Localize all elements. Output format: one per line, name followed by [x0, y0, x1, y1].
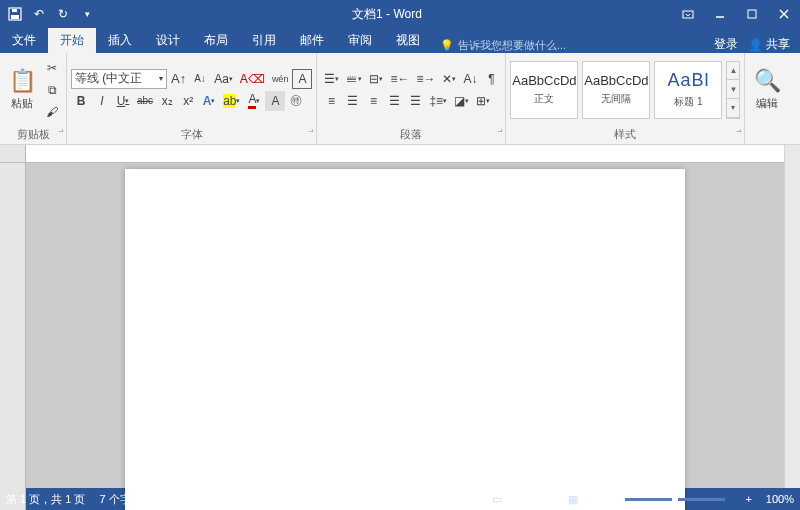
tab-file[interactable]: 文件 — [0, 28, 48, 53]
show-marks-button[interactable]: ¶ — [481, 69, 501, 89]
read-mode-button[interactable]: ▭ — [485, 490, 509, 508]
close-button[interactable] — [768, 0, 800, 28]
horizontal-ruler[interactable] — [26, 145, 784, 163]
superscript-button[interactable]: x² — [178, 91, 198, 111]
style-no-spacing[interactable]: AaBbCcDd 无间隔 — [582, 61, 650, 119]
subscript-button[interactable]: x₂ — [157, 91, 177, 111]
justify-button[interactable]: ☰ — [384, 91, 404, 111]
distributed-button[interactable]: ☰ — [405, 91, 425, 111]
vertical-ruler[interactable] — [0, 163, 26, 510]
align-right-button[interactable]: ≡ — [363, 91, 383, 111]
shading-button[interactable]: ◪▾ — [451, 91, 472, 111]
page-count[interactable]: 第 1 页，共 1 页 — [6, 492, 85, 507]
borders-button[interactable]: ⊞▾ — [473, 91, 493, 111]
page[interactable] — [125, 169, 685, 510]
scissors-icon: ✂ — [47, 61, 57, 75]
maximize-button[interactable] — [736, 0, 768, 28]
zoom-thumb[interactable] — [672, 495, 678, 504]
ribbon-tabs: 文件 开始 插入 设计 布局 引用 邮件 审阅 视图 💡 告诉我您想要做什么..… — [0, 28, 800, 53]
text-direction-button[interactable]: ✕▾ — [439, 69, 459, 89]
styles-scroll-down[interactable]: ▼ — [727, 80, 739, 99]
align-left-button[interactable]: ≡ — [321, 91, 341, 111]
italic-button[interactable]: I — [92, 91, 112, 111]
copy-button[interactable]: ⧉ — [42, 80, 62, 100]
style-normal[interactable]: AaBbCcDd 正文 — [510, 61, 578, 119]
clipboard-icon: 📋 — [9, 68, 36, 94]
svg-line-7 — [780, 10, 788, 18]
svg-line-6 — [780, 10, 788, 18]
strikethrough-button[interactable]: abc — [134, 91, 156, 111]
numbering-button[interactable]: ⩸▾ — [343, 69, 365, 89]
text-effects-button[interactable]: A▾ — [199, 91, 219, 111]
tab-review[interactable]: 审阅 — [336, 28, 384, 53]
decrease-indent-button[interactable]: ≡← — [387, 69, 412, 89]
paste-button[interactable]: 📋 粘贴 — [4, 66, 40, 113]
style-heading1[interactable]: AaBl 标题 1 — [654, 61, 722, 119]
print-layout-button[interactable]: ▤ — [523, 490, 547, 508]
tab-layout[interactable]: 布局 — [192, 28, 240, 53]
zoom-level[interactable]: 100% — [766, 493, 794, 505]
underline-button[interactable]: U▾ — [113, 91, 133, 111]
cut-button[interactable]: ✂ — [42, 58, 62, 78]
zoom-slider[interactable] — [625, 498, 725, 501]
multilevel-button[interactable]: ⊟▾ — [366, 69, 386, 89]
tab-design[interactable]: 设计 — [144, 28, 192, 53]
tab-mailings[interactable]: 邮件 — [288, 28, 336, 53]
share-icon: 👤 — [748, 38, 763, 52]
document-area[interactable] — [26, 163, 784, 510]
char-shading-button[interactable]: A — [265, 91, 285, 111]
save-button[interactable] — [4, 3, 26, 25]
grow-font-button[interactable]: A↑ — [168, 69, 189, 89]
zoom-in-button[interactable]: + — [745, 493, 751, 505]
title-bar: ↶ ↻ ▾ 文档1 - Word — [0, 0, 800, 28]
bullets-button[interactable]: ☰▾ — [321, 69, 342, 89]
web-layout-button[interactable]: ▦ — [561, 490, 585, 508]
workspace — [0, 145, 800, 488]
sort-button[interactable]: A↓ — [460, 69, 480, 89]
clear-formatting-button[interactable]: A⌫ — [237, 69, 268, 89]
word-count[interactable]: 7 个字 — [99, 492, 130, 507]
increase-indent-button[interactable]: ≡→ — [413, 69, 438, 89]
vertical-scrollbar[interactable] — [784, 145, 800, 488]
font-color-button[interactable]: A▾ — [244, 91, 264, 111]
brush-icon: 🖌 — [46, 105, 58, 119]
tab-home[interactable]: 开始 — [48, 28, 96, 53]
group-editing: 🔍 编辑 编辑 — [745, 53, 789, 144]
highlight-button[interactable]: ab▾ — [220, 91, 243, 111]
styles-expand[interactable]: ▾ — [727, 99, 739, 118]
styles-scroll-up[interactable]: ▲ — [727, 62, 739, 81]
share-button[interactable]: 👤共享 — [748, 36, 790, 53]
group-clipboard-label: 剪贴板 — [0, 126, 66, 144]
format-painter-button[interactable]: 🖌 — [42, 102, 62, 122]
ribbon-options-button[interactable] — [672, 0, 704, 28]
login-link[interactable]: 登录 — [714, 36, 738, 53]
shrink-font-button[interactable]: A↓ — [190, 69, 210, 89]
undo-button[interactable]: ↶ — [28, 3, 50, 25]
language-status[interactable]: 中文(中国) — [168, 492, 219, 507]
window-controls — [672, 0, 800, 28]
quick-access-toolbar: ↶ ↻ ▾ — [0, 3, 102, 25]
ruler-corner — [0, 145, 26, 163]
align-center-button[interactable]: ☰ — [342, 91, 362, 111]
redo-button[interactable]: ↻ — [52, 3, 74, 25]
phonetic-guide-button[interactable]: wén — [269, 69, 292, 89]
tab-references[interactable]: 引用 — [240, 28, 288, 53]
tab-view[interactable]: 视图 — [384, 28, 432, 53]
tab-insert[interactable]: 插入 — [96, 28, 144, 53]
char-border-button[interactable]: A — [292, 69, 312, 89]
find-button[interactable]: 🔍 编辑 — [749, 66, 785, 113]
bold-button[interactable]: B — [71, 91, 91, 111]
qat-more-button[interactable]: ▾ — [76, 3, 98, 25]
tell-me-placeholder: 告诉我您想要做什么... — [458, 38, 566, 53]
zoom-out-button[interactable]: − — [599, 493, 605, 505]
chevron-down-icon: ▾ — [159, 74, 163, 83]
line-spacing-button[interactable]: ‡≡▾ — [426, 91, 450, 111]
group-paragraph-label: 段落 — [317, 126, 505, 144]
font-family-combo[interactable]: 等线 (中文正▾ — [71, 69, 167, 89]
change-case-button[interactable]: Aa▾ — [211, 69, 236, 89]
proofing-icon[interactable]: ✓ — [145, 493, 154, 506]
minimize-button[interactable] — [704, 0, 736, 28]
enclose-char-button[interactable]: ㊕ — [286, 91, 306, 111]
account-area: 登录 👤共享 — [704, 36, 800, 53]
tell-me-search[interactable]: 💡 告诉我您想要做什么... — [432, 38, 704, 53]
